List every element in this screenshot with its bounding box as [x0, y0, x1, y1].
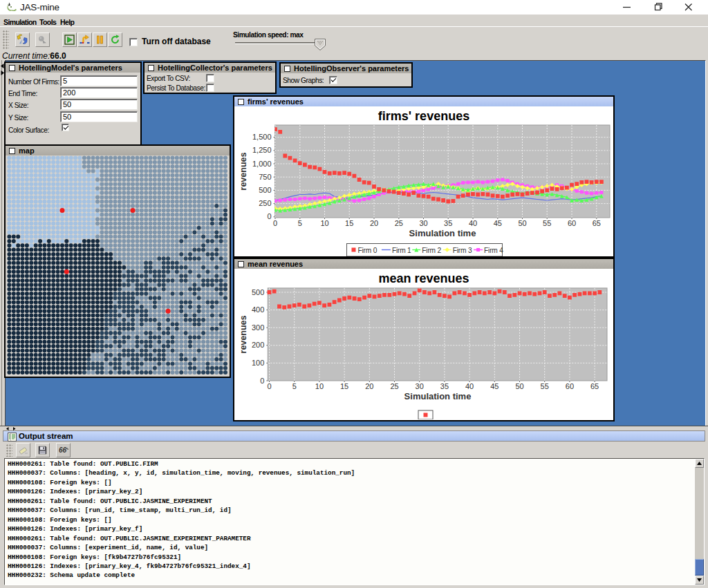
svg-text:66: 66: [59, 446, 67, 454]
svg-text:35: 35: [444, 219, 452, 227]
svg-text:revenues: revenues: [239, 153, 248, 191]
svg-text:0: 0: [273, 219, 277, 227]
svg-text:55: 55: [541, 382, 549, 390]
svg-text:5: 5: [298, 219, 302, 227]
svg-text:15: 15: [345, 219, 353, 227]
svg-text:500: 500: [252, 288, 264, 296]
svg-text:0: 0: [267, 212, 271, 220]
svg-text:45: 45: [494, 219, 502, 227]
svg-text:10: 10: [320, 219, 328, 227]
svg-text:25: 25: [390, 382, 398, 390]
svg-text:firms' revenues: firms' revenues: [378, 109, 469, 123]
svg-text:100: 100: [252, 359, 264, 367]
svg-text:400: 400: [252, 305, 264, 314]
svg-text:Firm 1: Firm 1: [392, 247, 411, 254]
svg-text:30: 30: [416, 382, 424, 390]
svg-text:60: 60: [566, 382, 574, 390]
svg-text:0: 0: [260, 377, 264, 385]
svg-text:40: 40: [469, 219, 477, 227]
svg-text:40: 40: [465, 382, 474, 390]
svg-text:750: 750: [259, 173, 271, 181]
svg-text:Firm 2: Firm 2: [422, 247, 441, 254]
svg-text:1,000: 1,000: [252, 160, 272, 168]
svg-text:1,500: 1,500: [252, 133, 272, 141]
svg-text:45: 45: [490, 382, 499, 390]
svg-text:20: 20: [370, 219, 378, 227]
svg-text:Firm 4: Firm 4: [484, 247, 503, 254]
svg-text:60: 60: [568, 219, 576, 227]
svg-text:25: 25: [395, 219, 403, 227]
svg-text:15: 15: [340, 382, 348, 390]
svg-text:30: 30: [419, 219, 427, 227]
svg-text:5: 5: [292, 382, 297, 390]
svg-text:50: 50: [518, 219, 526, 227]
svg-text:Firm 0: Firm 0: [358, 247, 378, 254]
svg-text:mean revenues: mean revenues: [378, 272, 469, 285]
svg-text:Firm 3: Firm 3: [453, 247, 472, 254]
svg-text:0: 0: [267, 382, 271, 390]
svg-text:250: 250: [259, 199, 271, 207]
svg-text:500: 500: [259, 186, 271, 194]
svg-text:Simulation time: Simulation time: [409, 228, 476, 238]
svg-text:10: 10: [315, 382, 324, 390]
svg-text:Simulation time: Simulation time: [404, 391, 472, 401]
svg-text:20: 20: [365, 382, 373, 390]
svg-text:65: 65: [593, 219, 601, 227]
svg-text:65: 65: [590, 382, 599, 390]
svg-text:55: 55: [543, 219, 551, 227]
svg-text:200: 200: [252, 341, 264, 349]
svg-text:revenues: revenues: [239, 316, 248, 354]
svg-text:1,250: 1,250: [252, 146, 272, 154]
svg-text:50: 50: [515, 382, 523, 390]
svg-text:35: 35: [440, 382, 449, 390]
svg-text:300: 300: [252, 323, 264, 332]
